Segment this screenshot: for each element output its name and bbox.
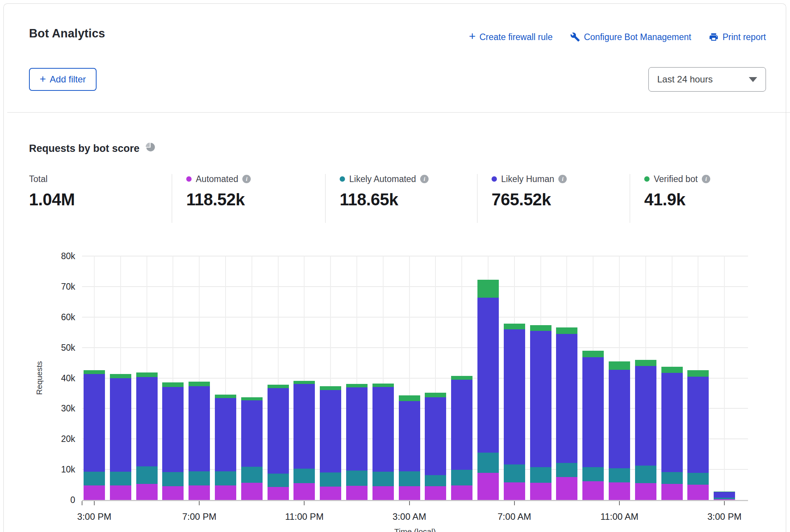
bar-segment-likely-automated[interactable] xyxy=(346,471,368,486)
bar-segment-verified-bot[interactable] xyxy=(530,325,551,331)
bar-segment-likely-automated[interactable] xyxy=(189,471,210,486)
bar-segment-verified-bot[interactable] xyxy=(609,361,630,370)
bar-segment-verified-bot[interactable] xyxy=(556,327,577,334)
bar-segment-verified-bot[interactable] xyxy=(451,376,472,380)
bar-segment-automated[interactable] xyxy=(451,485,472,500)
info-icon[interactable]: i xyxy=(558,175,567,183)
info-icon[interactable]: i xyxy=(242,175,251,183)
bar-segment-verified-bot[interactable] xyxy=(84,370,105,374)
bar-segment-automated[interactable] xyxy=(162,486,184,500)
bar-segment-likely-human[interactable] xyxy=(556,334,577,463)
bar-segment-likely-automated[interactable] xyxy=(84,472,105,485)
bar-segment-likely-automated[interactable] xyxy=(451,470,472,486)
bar-segment-likely-human[interactable] xyxy=(530,331,551,467)
bar-segment-likely-human[interactable] xyxy=(661,373,683,472)
bar-segment-verified-bot[interactable] xyxy=(136,372,158,377)
bar-segment-likely-human[interactable] xyxy=(635,366,656,466)
bar-segment-likely-human[interactable] xyxy=(425,397,446,475)
bar-segment-verified-bot[interactable] xyxy=(399,395,420,401)
bar-segment-likely-automated[interactable] xyxy=(582,467,604,482)
bar-segment-verified-bot[interactable] xyxy=(425,393,446,397)
bar-segment-automated[interactable] xyxy=(136,484,158,500)
bar-segment-verified-bot[interactable] xyxy=(714,492,735,492)
bar-segment-likely-automated[interactable] xyxy=(372,472,394,486)
bar-segment-likely-human[interactable] xyxy=(477,298,499,453)
bar-segment-automated[interactable] xyxy=(582,481,604,500)
bar-segment-automated[interactable] xyxy=(635,483,656,500)
bar-segment-likely-human[interactable] xyxy=(582,357,604,467)
bar-segment-likely-automated[interactable] xyxy=(687,473,709,485)
bar-segment-likely-automated[interactable] xyxy=(110,472,131,485)
bar-segment-likely-human[interactable] xyxy=(162,387,184,472)
bar-segment-likely-automated[interactable] xyxy=(425,475,446,486)
bar-segment-likely-automated[interactable] xyxy=(635,466,656,483)
bar-segment-verified-bot[interactable] xyxy=(372,384,394,387)
bar-segment-automated[interactable] xyxy=(425,486,446,500)
bar-segment-likely-automated[interactable] xyxy=(136,466,158,484)
bar-segment-automated[interactable] xyxy=(609,482,630,500)
bar-segment-likely-automated[interactable] xyxy=(661,472,683,484)
bar-segment-verified-bot[interactable] xyxy=(320,386,341,390)
bar-segment-likely-human[interactable] xyxy=(136,377,158,466)
bar-segment-automated[interactable] xyxy=(661,484,683,500)
bar-segment-verified-bot[interactable] xyxy=(661,367,683,373)
info-icon[interactable]: i xyxy=(702,175,710,183)
bar-segment-automated[interactable] xyxy=(293,483,315,500)
bar-segment-verified-bot[interactable] xyxy=(293,381,315,384)
bar-segment-automated[interactable] xyxy=(241,483,263,500)
bar-segment-likely-automated[interactable] xyxy=(215,471,236,486)
bar-segment-likely-human[interactable] xyxy=(268,388,289,474)
bar-segment-likely-human[interactable] xyxy=(399,401,420,471)
bar-segment-likely-automated[interactable] xyxy=(714,498,735,499)
bar-segment-likely-automated[interactable] xyxy=(320,472,341,487)
bar-segment-automated[interactable] xyxy=(346,486,368,500)
bar-segment-likely-human[interactable] xyxy=(241,400,263,467)
bar-segment-likely-automated[interactable] xyxy=(399,471,420,486)
bar-segment-verified-bot[interactable] xyxy=(635,360,656,366)
bar-segment-likely-automated[interactable] xyxy=(556,463,577,477)
bar-segment-likely-human[interactable] xyxy=(293,384,315,469)
bar-segment-automated[interactable] xyxy=(215,485,236,500)
bar-segment-automated[interactable] xyxy=(320,487,341,500)
bar-segment-automated[interactable] xyxy=(110,485,131,500)
bar-segment-automated[interactable] xyxy=(399,486,420,500)
bar-segment-verified-bot[interactable] xyxy=(346,384,368,388)
print-report-link[interactable]: Print report xyxy=(709,32,766,42)
bar-segment-likely-human[interactable] xyxy=(714,492,735,497)
bar-segment-likely-human[interactable] xyxy=(189,386,210,471)
bar-segment-automated[interactable] xyxy=(504,482,525,500)
bar-segment-automated[interactable] xyxy=(556,477,577,500)
bar-segment-verified-bot[interactable] xyxy=(241,397,263,400)
bar-segment-verified-bot[interactable] xyxy=(110,374,131,378)
bar-segment-likely-human[interactable] xyxy=(609,370,630,468)
bar-segment-automated[interactable] xyxy=(268,487,289,500)
bar-segment-automated[interactable] xyxy=(477,473,499,500)
bar-segment-likely-automated[interactable] xyxy=(530,467,551,483)
configure-bot-management-link[interactable]: Configure Bot Management xyxy=(570,32,691,42)
bar-segment-verified-bot[interactable] xyxy=(189,382,210,386)
bar-segment-likely-human[interactable] xyxy=(687,377,709,473)
bar-segment-automated[interactable] xyxy=(372,486,394,500)
bar-segment-automated[interactable] xyxy=(530,483,551,500)
bar-segment-likely-human[interactable] xyxy=(110,378,131,471)
bar-segment-verified-bot[interactable] xyxy=(687,370,709,377)
bar-segment-automated[interactable] xyxy=(687,485,709,500)
bar-segment-likely-human[interactable] xyxy=(504,329,525,464)
bar-segment-likely-automated[interactable] xyxy=(162,472,184,487)
bar-segment-likely-human[interactable] xyxy=(215,398,236,471)
bar-segment-likely-human[interactable] xyxy=(84,374,105,472)
create-firewall-rule-link[interactable]: + Create firewall rule xyxy=(469,31,553,43)
bar-segment-likely-human[interactable] xyxy=(320,390,341,472)
bar-segment-verified-bot[interactable] xyxy=(268,385,289,388)
bar-segment-likely-automated[interactable] xyxy=(268,474,289,487)
bar-segment-verified-bot[interactable] xyxy=(582,351,604,358)
bar-segment-likely-automated[interactable] xyxy=(609,468,630,483)
bar-segment-likely-automated[interactable] xyxy=(241,467,263,483)
bar-segment-verified-bot[interactable] xyxy=(504,324,525,329)
bar-segment-likely-automated[interactable] xyxy=(293,469,315,483)
bar-segment-verified-bot[interactable] xyxy=(162,382,184,387)
bar-segment-likely-human[interactable] xyxy=(451,380,472,470)
bar-segment-automated[interactable] xyxy=(84,485,105,500)
bar-segment-verified-bot[interactable] xyxy=(477,280,499,298)
bar-segment-likely-automated[interactable] xyxy=(477,453,499,473)
